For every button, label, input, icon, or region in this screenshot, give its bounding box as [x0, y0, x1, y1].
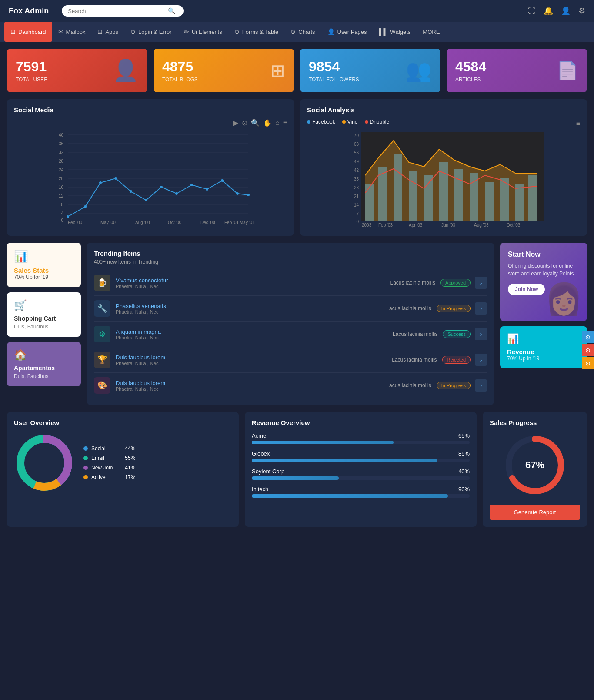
svg-text:20: 20 [59, 176, 64, 181]
expand-icon[interactable]: ⛶ [528, 7, 536, 16]
svg-text:63: 63 [354, 142, 359, 147]
side-tab-blue[interactable]: ⊙ [582, 331, 594, 343]
middle-row: 📊 Sales Stats 70% Up for '19 🛒 Shopping … [7, 243, 587, 405]
nav: ⊞ Dashboard ✉ Mailbox ⊞ Apps ⊙ Login & E… [0, 22, 594, 42]
trending-desc-4: Phaetra, Nulla , Nec [116, 361, 276, 366]
svg-text:28: 28 [59, 159, 64, 164]
social-analysis-title: Social Analysis [307, 106, 580, 114]
chart-ctrl-drag[interactable]: ✋ [263, 119, 272, 127]
stat-number-followers: 9854 [309, 59, 359, 75]
nav-more[interactable]: MORE [417, 22, 446, 42]
nav-forms[interactable]: ⊙ Forms & Table [228, 22, 285, 42]
chart-ctrl-zoom[interactable]: 🔍 [251, 119, 260, 127]
svg-text:Feb '01: Feb '01 [224, 220, 239, 225]
stat-icon-blogs: ⊞ [270, 60, 285, 80]
legend-value-new-join: 41% [116, 465, 135, 471]
shopping-cart-icon: 🛒 [14, 299, 74, 311]
svg-text:16: 16 [59, 185, 64, 190]
svg-text:14: 14 [354, 203, 359, 208]
trending-info-1: Vivamus consectetur Phaetra, Nulla , Nec [116, 277, 275, 289]
svg-point-28 [175, 192, 178, 195]
chart-ctrl-pause[interactable]: ⊙ [242, 119, 247, 127]
rev-label-soylent: Soylent Corp [252, 468, 284, 475]
nav-forms-label: Forms & Table [242, 29, 279, 35]
legend-dot-social [83, 446, 88, 451]
join-now-button[interactable]: Join Now [508, 284, 545, 295]
legend-new-join: New Join 41% [83, 465, 135, 471]
trending-icon-1: 🍺 [94, 275, 110, 291]
svg-text:56: 56 [354, 151, 359, 155]
legend-vine: Vine [347, 119, 358, 125]
stat-label-blogs: TOTAL BLOGS [162, 77, 198, 83]
side-tab-yellow[interactable]: ⊙ [582, 357, 594, 369]
nav-ui-label: Ui Elements [192, 29, 222, 35]
rev-bar-soylent [252, 476, 339, 480]
svg-point-23 [99, 181, 102, 184]
arrow-btn-2[interactable]: › [475, 302, 487, 315]
nav-apps[interactable]: ⊞ Apps [91, 22, 124, 42]
chart-ctrl-home[interactable]: ⌂ [275, 119, 280, 127]
legend-value-social: 44% [116, 445, 135, 452]
svg-text:32: 32 [59, 150, 64, 155]
rev-bar-acme [252, 441, 394, 444]
trending-status-4: Lacus lacinia mollis [276, 357, 437, 363]
nav-widgets[interactable]: ▌▌ Widgets [373, 22, 417, 42]
progress-circle-area: 67% [490, 432, 580, 498]
nav-ui[interactable]: ✏ Ui Elements [178, 22, 228, 42]
content: 7591 TOTAL USER 👤 4875 TOTAL BLOGS ⊞ 985… [0, 42, 594, 534]
svg-text:Jun '03: Jun '03 [441, 223, 455, 228]
arrow-btn-5[interactable]: › [475, 379, 487, 392]
nav-user-pages-label: User Pages [337, 29, 367, 35]
stat-icon-articles: 📄 [557, 60, 578, 81]
svg-point-32 [236, 192, 239, 195]
nav-mailbox[interactable]: ✉ Mailbox [52, 22, 92, 42]
chart-ctrl-play[interactable]: ▶ [233, 119, 238, 127]
user-pages-icon: 👤 [327, 28, 335, 35]
trending-title: Trending Items [94, 250, 487, 257]
svg-text:40: 40 [59, 133, 64, 137]
shopping-cart-widget: 🛒 Shopping Cart Duis, Faucibus [7, 292, 81, 337]
svg-point-22 [84, 205, 87, 208]
header-right: ⛶ 🔔 👤 ⚙ [528, 6, 585, 16]
legend-value-active: 17% [116, 474, 135, 480]
trending-desc-2: Phaetra, Nulla , Nec [116, 309, 274, 315]
left-widgets: 📊 Sales Stats 70% Up for '19 🛒 Shopping … [7, 243, 81, 405]
trending-info-3: Aliquam in magna Phaetra, Nulla , Nec [116, 328, 277, 340]
social-analysis-chart: 70 63 56 49 42 35 28 21 14 7 0 2003 Feb … [307, 132, 580, 228]
nav-user-pages[interactable]: 👤 User Pages [321, 22, 373, 42]
legend-dribbble: Dribbble [370, 119, 390, 125]
search-bar[interactable]: 🔍 [62, 5, 184, 17]
svg-text:Feb '00: Feb '00 [68, 220, 82, 225]
gear-icon[interactable]: ⚙ [578, 6, 585, 16]
rev-item-soylent: Soylent Corp 40% [252, 468, 470, 480]
arrow-btn-4[interactable]: › [475, 354, 487, 366]
rev-bar-initech [252, 494, 448, 498]
user-icon[interactable]: 👤 [561, 6, 571, 16]
trending-subtitle: 400+ new Items in Trending [94, 259, 487, 265]
login-icon: ⊙ [130, 28, 136, 35]
donut-legend: Social 44% Email 55% New Join 41% [83, 445, 135, 480]
arrow-btn-1[interactable]: › [475, 277, 487, 289]
trending-desc-5: Phaetra, Nulla , Nec [116, 386, 274, 392]
badge-5: In Progress [437, 382, 471, 389]
ui-icon: ✏ [184, 28, 189, 35]
bell-icon[interactable]: 🔔 [544, 6, 553, 16]
svg-point-25 [130, 190, 132, 193]
nav-dashboard[interactable]: ⊞ Dashboard [4, 22, 52, 42]
chart-ctrl-menu[interactable]: ≡ [283, 119, 287, 127]
stats-row: 7591 TOTAL USER 👤 4875 TOTAL BLOGS ⊞ 985… [7, 49, 587, 92]
side-tab-red[interactable]: ⊙ [582, 344, 594, 356]
svg-text:8: 8 [61, 202, 63, 207]
search-input[interactable] [68, 8, 168, 14]
nav-charts[interactable]: ⊙ Charts [284, 22, 321, 42]
analysis-menu-icon[interactable]: ≡ [576, 120, 580, 127]
generate-report-button[interactable]: Generate Report [490, 505, 580, 520]
mailbox-icon: ✉ [58, 28, 63, 35]
trending-icon-2: 🔧 [94, 300, 110, 317]
arrow-btn-3[interactable]: › [475, 328, 487, 340]
promo-title: Start Now [508, 251, 579, 258]
trending-name-3: Aliquam in magna [116, 328, 277, 335]
stat-label-articles: ARTICLES [455, 77, 486, 83]
nav-login[interactable]: ⊙ Login & Error [124, 22, 178, 42]
legend-label-email: Email [91, 455, 104, 461]
